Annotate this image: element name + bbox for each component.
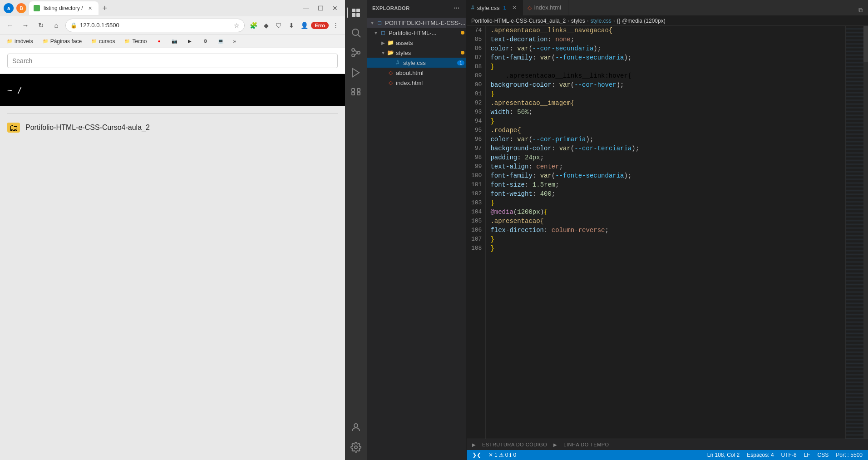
close-button[interactable]: ✕ xyxy=(329,2,341,15)
url-bar[interactable]: 🔒 127.0.0.1:5500 ☆ xyxy=(65,19,245,32)
split-editor-button[interactable]: ⧉ xyxy=(855,5,866,15)
tree-item-about-html[interactable]: ◇ about.html xyxy=(367,68,466,78)
breadcrumb-sep: › xyxy=(587,18,589,24)
file-tree: ▼ ◻ PORTIFOLIO-HTML-E-CSS-... ▼ ◻ Portif… xyxy=(367,16,466,460)
bookmark-item[interactable]: 📁 cursos xyxy=(88,37,118,45)
back-button[interactable]: ← xyxy=(4,19,16,32)
panel-arrow-icon: ▶ xyxy=(472,442,476,447)
folder-item[interactable]: 🗂 Portifolio-HTML-e-CSS-Curso4-aula_2 xyxy=(7,121,338,134)
shield-icon[interactable]: 🛡 xyxy=(273,20,285,31)
tree-item-label: Portifolio-HTML-... xyxy=(389,30,461,36)
line-col-status[interactable]: Ln 108, Col 2 xyxy=(705,450,741,460)
error-badge[interactable]: Erro xyxy=(311,22,329,29)
download-icon[interactable]: ⬇ xyxy=(286,20,297,31)
svg-rect-0 xyxy=(352,9,355,12)
breadcrumb-file[interactable]: style.css xyxy=(591,18,612,24)
code-line: flex-direction: column-reverse; xyxy=(490,226,841,235)
activity-settings[interactable] xyxy=(347,438,365,456)
bookmark-item[interactable]: 💻 xyxy=(215,37,227,45)
svg-rect-2 xyxy=(352,13,355,17)
editor-tabs: # style.css 1 ✕ ◇ index.html ⧉ xyxy=(467,0,868,16)
tree-item-root[interactable]: ▼ ◻ PORTIFOLIO-HTML-E-CSS-... xyxy=(367,18,466,28)
bookmark-item[interactable]: 📁 Páginas face xyxy=(39,37,84,45)
css-file-icon: # xyxy=(394,59,401,66)
code-line: .apresentacao__links__link:hover{ xyxy=(490,71,841,80)
code-line: font-size: 1.5rem; xyxy=(490,180,841,189)
line-number: 88 xyxy=(471,62,482,71)
breadcrumb-folder[interactable]: styles xyxy=(571,18,585,24)
spaces-status[interactable]: Espaços: 4 xyxy=(745,450,775,460)
code-line: color: var(--cor-primaria); xyxy=(490,135,841,144)
activity-profile[interactable] xyxy=(347,418,365,436)
editor-tab-style-css[interactable]: # style.css 1 ✕ xyxy=(467,0,523,15)
tree-item-project[interactable]: ▼ ◻ Portifolio-HTML-... xyxy=(367,28,466,38)
bookmark-item[interactable]: 📷 xyxy=(168,37,180,45)
reload-button[interactable]: ↻ xyxy=(35,19,47,32)
forward-button[interactable]: → xyxy=(19,19,32,32)
code-line: .apresentacao__links__navegacao{ xyxy=(490,26,841,35)
bookmark-folder-icon: 📁 xyxy=(6,38,13,45)
eol-status[interactable]: LF xyxy=(802,450,812,460)
profile-icon[interactable]: 👤 xyxy=(298,20,310,31)
tree-item-styles[interactable]: ▼ 📂 styles xyxy=(367,48,466,58)
tab-favicon xyxy=(34,5,40,11)
tree-item-label: styles xyxy=(396,49,461,56)
maximize-button[interactable]: ☐ xyxy=(314,2,327,15)
modified-dot xyxy=(461,51,464,54)
panel-item-linha[interactable]: LINHA DO TEMPO xyxy=(561,440,612,449)
minimize-button[interactable]: — xyxy=(300,2,312,15)
line-number: 85 xyxy=(471,35,482,44)
activity-search[interactable] xyxy=(347,24,365,42)
svg-line-10 xyxy=(355,53,357,55)
activity-debug[interactable] xyxy=(347,64,365,82)
tree-arrow-collapse: ▶ xyxy=(380,40,387,45)
browser-tab-active[interactable]: listing directory / ✕ xyxy=(29,1,99,15)
divider xyxy=(7,113,338,114)
search-input[interactable] xyxy=(7,54,338,68)
port-status[interactable]: Port : 5500 xyxy=(834,450,864,460)
bookmark-item[interactable]: 📁 Tecno xyxy=(121,37,149,45)
panel-item-estrutura[interactable]: ESTRUTURA DO CÓDIGO xyxy=(479,440,550,449)
line-number: 108 xyxy=(471,244,482,253)
wallet-icon[interactable]: ◆ xyxy=(260,20,272,31)
encoding-status[interactable]: UTF-8 xyxy=(779,450,799,460)
bookmark-item[interactable]: ▶ xyxy=(184,37,196,45)
tree-item-index-html[interactable]: ◇ index.html xyxy=(367,78,466,88)
tree-item-assets[interactable]: ▶ 📁 assets xyxy=(367,38,466,48)
browser-menu-button[interactable]: ⋮ xyxy=(330,20,341,31)
tab-close-button[interactable]: ✕ xyxy=(511,4,518,11)
line-number: 102 xyxy=(471,189,482,198)
bookmark-folder-icon: 📁 xyxy=(42,38,49,45)
bookmark-circle-icon: ● xyxy=(156,38,162,45)
bookmark-star-icon[interactable]: ☆ xyxy=(234,22,240,29)
tab-close-button[interactable]: ✕ xyxy=(87,5,94,12)
code-content[interactable]: .apresentacao__links__navegacao{ text-de… xyxy=(486,26,845,439)
svg-rect-1 xyxy=(356,9,360,12)
brave-icon: B xyxy=(16,3,26,13)
remote-icon[interactable]: ❯❮ xyxy=(470,450,483,460)
language-status[interactable]: CSS xyxy=(816,450,831,460)
new-tab-button[interactable]: + xyxy=(99,2,111,15)
tree-item-style-css[interactable]: # style.css 1 xyxy=(367,58,466,68)
errors-status[interactable]: ✕ 1 ⚠ 0 ℹ 0 xyxy=(487,450,518,460)
bookmark-item[interactable]: 📁 imóveis xyxy=(4,37,36,45)
code-editor[interactable]: 7485868788899091929394959697989910010110… xyxy=(467,26,868,439)
svg-rect-13 xyxy=(357,89,360,91)
svg-line-9 xyxy=(355,50,357,53)
editor-tab-index-html[interactable]: ◇ index.html xyxy=(523,0,568,15)
activity-extensions[interactable] xyxy=(347,84,365,102)
bookmark-item[interactable]: ● xyxy=(153,37,165,45)
new-file-button[interactable]: ⋯ xyxy=(453,4,461,12)
activity-explorer[interactable] xyxy=(347,4,365,22)
tree-arrow-none xyxy=(380,80,387,85)
code-line: font-family: var(--fonte-secundaria); xyxy=(490,171,841,180)
tab-actions: ⧉ xyxy=(855,5,868,15)
breadcrumb-selector[interactable]: {} @media (1200px) xyxy=(617,18,666,24)
bookmark-item[interactable]: ⚙ xyxy=(199,37,211,45)
sidebar-header-actions: ⋯ xyxy=(453,4,461,12)
activity-source-control[interactable] xyxy=(347,44,365,62)
bookmarks-more-button[interactable]: » xyxy=(230,37,239,45)
extensions-icon[interactable]: 🧩 xyxy=(247,20,259,31)
breadcrumb-project[interactable]: Portifolio-HTML-e-CSS-Curso4_aula_2 xyxy=(471,18,566,24)
home-button[interactable]: ⌂ xyxy=(50,19,63,32)
